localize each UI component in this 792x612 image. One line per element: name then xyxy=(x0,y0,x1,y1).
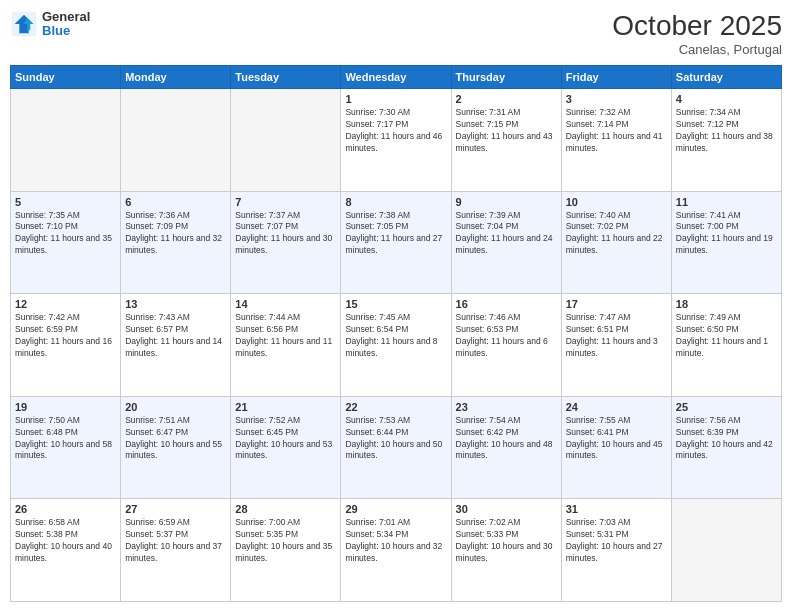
day-number: 8 xyxy=(345,196,446,208)
calendar-week-row: 1Sunrise: 7:30 AMSunset: 7:17 PMDaylight… xyxy=(11,89,782,192)
table-row: 31Sunrise: 7:03 AMSunset: 5:31 PMDayligh… xyxy=(561,499,671,602)
day-number: 11 xyxy=(676,196,777,208)
header: General Blue October 2025 Canelas, Portu… xyxy=(10,10,782,57)
day-number: 6 xyxy=(125,196,226,208)
table-row: 27Sunrise: 6:59 AMSunset: 5:37 PMDayligh… xyxy=(121,499,231,602)
day-info: Sunrise: 7:40 AMSunset: 7:02 PMDaylight:… xyxy=(566,210,667,258)
day-info: Sunrise: 7:49 AMSunset: 6:50 PMDaylight:… xyxy=(676,312,777,360)
calendar-table: Sunday Monday Tuesday Wednesday Thursday… xyxy=(10,65,782,602)
col-sunday: Sunday xyxy=(11,66,121,89)
day-info: Sunrise: 6:58 AMSunset: 5:38 PMDaylight:… xyxy=(15,517,116,565)
logo: General Blue xyxy=(10,10,90,39)
day-number: 31 xyxy=(566,503,667,515)
day-info: Sunrise: 7:38 AMSunset: 7:05 PMDaylight:… xyxy=(345,210,446,258)
day-number: 30 xyxy=(456,503,557,515)
col-tuesday: Tuesday xyxy=(231,66,341,89)
table-row: 10Sunrise: 7:40 AMSunset: 7:02 PMDayligh… xyxy=(561,191,671,294)
day-number: 25 xyxy=(676,401,777,413)
table-row: 7Sunrise: 7:37 AMSunset: 7:07 PMDaylight… xyxy=(231,191,341,294)
month-title: October 2025 xyxy=(612,10,782,42)
table-row: 23Sunrise: 7:54 AMSunset: 6:42 PMDayligh… xyxy=(451,396,561,499)
day-info: Sunrise: 7:43 AMSunset: 6:57 PMDaylight:… xyxy=(125,312,226,360)
table-row: 16Sunrise: 7:46 AMSunset: 6:53 PMDayligh… xyxy=(451,294,561,397)
table-row: 4Sunrise: 7:34 AMSunset: 7:12 PMDaylight… xyxy=(671,89,781,192)
day-info: Sunrise: 7:41 AMSunset: 7:00 PMDaylight:… xyxy=(676,210,777,258)
day-info: Sunrise: 7:03 AMSunset: 5:31 PMDaylight:… xyxy=(566,517,667,565)
day-number: 18 xyxy=(676,298,777,310)
day-info: Sunrise: 7:00 AMSunset: 5:35 PMDaylight:… xyxy=(235,517,336,565)
day-number: 14 xyxy=(235,298,336,310)
day-number: 12 xyxy=(15,298,116,310)
day-number: 15 xyxy=(345,298,446,310)
day-number: 28 xyxy=(235,503,336,515)
table-row: 9Sunrise: 7:39 AMSunset: 7:04 PMDaylight… xyxy=(451,191,561,294)
day-number: 3 xyxy=(566,93,667,105)
day-info: Sunrise: 7:47 AMSunset: 6:51 PMDaylight:… xyxy=(566,312,667,360)
day-info: Sunrise: 7:01 AMSunset: 5:34 PMDaylight:… xyxy=(345,517,446,565)
table-row: 14Sunrise: 7:44 AMSunset: 6:56 PMDayligh… xyxy=(231,294,341,397)
day-info: Sunrise: 7:32 AMSunset: 7:14 PMDaylight:… xyxy=(566,107,667,155)
table-row: 17Sunrise: 7:47 AMSunset: 6:51 PMDayligh… xyxy=(561,294,671,397)
logo-general: General xyxy=(42,10,90,24)
calendar-week-row: 26Sunrise: 6:58 AMSunset: 5:38 PMDayligh… xyxy=(11,499,782,602)
day-number: 17 xyxy=(566,298,667,310)
day-info: Sunrise: 7:39 AMSunset: 7:04 PMDaylight:… xyxy=(456,210,557,258)
day-info: Sunrise: 7:56 AMSunset: 6:39 PMDaylight:… xyxy=(676,415,777,463)
table-row: 11Sunrise: 7:41 AMSunset: 7:00 PMDayligh… xyxy=(671,191,781,294)
day-number: 1 xyxy=(345,93,446,105)
table-row xyxy=(671,499,781,602)
col-friday: Friday xyxy=(561,66,671,89)
title-block: October 2025 Canelas, Portugal xyxy=(612,10,782,57)
day-number: 9 xyxy=(456,196,557,208)
table-row: 8Sunrise: 7:38 AMSunset: 7:05 PMDaylight… xyxy=(341,191,451,294)
table-row: 30Sunrise: 7:02 AMSunset: 5:33 PMDayligh… xyxy=(451,499,561,602)
logo-blue: Blue xyxy=(42,24,90,38)
table-row: 15Sunrise: 7:45 AMSunset: 6:54 PMDayligh… xyxy=(341,294,451,397)
day-number: 21 xyxy=(235,401,336,413)
day-number: 23 xyxy=(456,401,557,413)
header-row: Sunday Monday Tuesday Wednesday Thursday… xyxy=(11,66,782,89)
day-info: Sunrise: 7:46 AMSunset: 6:53 PMDaylight:… xyxy=(456,312,557,360)
day-info: Sunrise: 7:50 AMSunset: 6:48 PMDaylight:… xyxy=(15,415,116,463)
table-row: 25Sunrise: 7:56 AMSunset: 6:39 PMDayligh… xyxy=(671,396,781,499)
day-info: Sunrise: 7:02 AMSunset: 5:33 PMDaylight:… xyxy=(456,517,557,565)
table-row: 19Sunrise: 7:50 AMSunset: 6:48 PMDayligh… xyxy=(11,396,121,499)
day-info: Sunrise: 7:31 AMSunset: 7:15 PMDaylight:… xyxy=(456,107,557,155)
day-number: 2 xyxy=(456,93,557,105)
day-number: 24 xyxy=(566,401,667,413)
day-info: Sunrise: 6:59 AMSunset: 5:37 PMDaylight:… xyxy=(125,517,226,565)
logo-text: General Blue xyxy=(42,10,90,39)
day-info: Sunrise: 7:51 AMSunset: 6:47 PMDaylight:… xyxy=(125,415,226,463)
table-row: 24Sunrise: 7:55 AMSunset: 6:41 PMDayligh… xyxy=(561,396,671,499)
day-info: Sunrise: 7:53 AMSunset: 6:44 PMDaylight:… xyxy=(345,415,446,463)
day-number: 29 xyxy=(345,503,446,515)
calendar-week-row: 12Sunrise: 7:42 AMSunset: 6:59 PMDayligh… xyxy=(11,294,782,397)
day-number: 7 xyxy=(235,196,336,208)
table-row: 3Sunrise: 7:32 AMSunset: 7:14 PMDaylight… xyxy=(561,89,671,192)
table-row: 5Sunrise: 7:35 AMSunset: 7:10 PMDaylight… xyxy=(11,191,121,294)
table-row: 26Sunrise: 6:58 AMSunset: 5:38 PMDayligh… xyxy=(11,499,121,602)
day-info: Sunrise: 7:55 AMSunset: 6:41 PMDaylight:… xyxy=(566,415,667,463)
day-number: 4 xyxy=(676,93,777,105)
day-number: 22 xyxy=(345,401,446,413)
table-row xyxy=(11,89,121,192)
calendar-week-row: 19Sunrise: 7:50 AMSunset: 6:48 PMDayligh… xyxy=(11,396,782,499)
table-row: 28Sunrise: 7:00 AMSunset: 5:35 PMDayligh… xyxy=(231,499,341,602)
table-row: 13Sunrise: 7:43 AMSunset: 6:57 PMDayligh… xyxy=(121,294,231,397)
table-row: 20Sunrise: 7:51 AMSunset: 6:47 PMDayligh… xyxy=(121,396,231,499)
calendar-week-row: 5Sunrise: 7:35 AMSunset: 7:10 PMDaylight… xyxy=(11,191,782,294)
day-info: Sunrise: 7:52 AMSunset: 6:45 PMDaylight:… xyxy=(235,415,336,463)
table-row: 6Sunrise: 7:36 AMSunset: 7:09 PMDaylight… xyxy=(121,191,231,294)
table-row xyxy=(231,89,341,192)
day-info: Sunrise: 7:44 AMSunset: 6:56 PMDaylight:… xyxy=(235,312,336,360)
day-info: Sunrise: 7:36 AMSunset: 7:09 PMDaylight:… xyxy=(125,210,226,258)
day-number: 10 xyxy=(566,196,667,208)
day-info: Sunrise: 7:54 AMSunset: 6:42 PMDaylight:… xyxy=(456,415,557,463)
table-row: 21Sunrise: 7:52 AMSunset: 6:45 PMDayligh… xyxy=(231,396,341,499)
table-row: 1Sunrise: 7:30 AMSunset: 7:17 PMDaylight… xyxy=(341,89,451,192)
col-saturday: Saturday xyxy=(671,66,781,89)
day-info: Sunrise: 7:37 AMSunset: 7:07 PMDaylight:… xyxy=(235,210,336,258)
day-info: Sunrise: 7:30 AMSunset: 7:17 PMDaylight:… xyxy=(345,107,446,155)
day-number: 19 xyxy=(15,401,116,413)
day-number: 16 xyxy=(456,298,557,310)
